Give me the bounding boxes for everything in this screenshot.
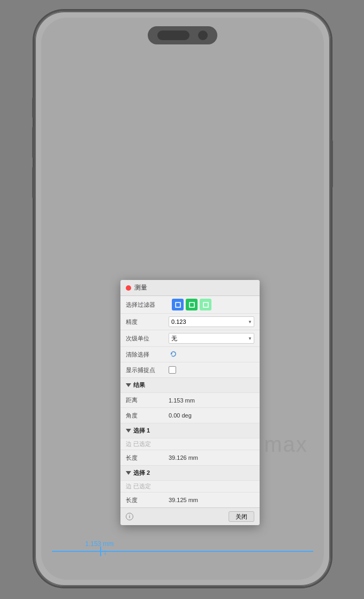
dialog-title: 测量 [134, 283, 147, 292]
selection1-length-label: 长度 [126, 454, 169, 462]
angle-row: 角度 0.00 deg [120, 408, 260, 423]
snap-checkbox[interactable] [169, 366, 176, 374]
filter-icon-light-green[interactable] [200, 299, 211, 310]
selection1-sub: 边 已选定 [120, 438, 260, 450]
info-icon[interactable]: i [126, 513, 133, 520]
phone-button-power [330, 140, 333, 188]
notch-camera [198, 31, 208, 40]
selection1-length-row: 长度 39.126 mm [120, 450, 260, 465]
selection2-title: 选择 2 [133, 469, 150, 477]
phone-screen: pro max 1.153 mm ↕ 测量 选择过滤器 [41, 18, 324, 580]
selection1-section-header: 选择 1 [120, 423, 260, 438]
undo-svg [169, 350, 178, 359]
results-section-header: 结果 [120, 377, 260, 393]
phone-button-mute [32, 97, 35, 118]
filter-icon-light-svg [202, 301, 209, 308]
triangle-down-icon3 [126, 471, 131, 475]
selection1-length-value: 39.126 mm [169, 454, 254, 461]
selection1-title: 选择 1 [133, 427, 150, 435]
precision-row: 精度 0.123 0.12 0.1 ▼ [120, 314, 260, 330]
distance-label: 距离 [126, 396, 169, 404]
clear-label: 清除选择 [126, 351, 169, 359]
precision-select[interactable]: 0.123 0.12 0.1 [169, 316, 254, 327]
measure-label: 1.153 mm [85, 540, 113, 548]
measure-line-container: 1.153 mm ↕ [52, 540, 313, 556]
subunit-select-wrapper: 无 mm ▼ [169, 333, 254, 344]
filter-icon-blue-svg [175, 301, 181, 308]
angle-label: 角度 [126, 412, 169, 420]
clear-row: 清除选择 [120, 347, 260, 362]
phone-button-volume-up [32, 126, 35, 158]
measure-line [52, 551, 313, 552]
selection2-length-value: 39.125 mm [169, 497, 254, 503]
selection2-section-header: 选择 2 [120, 465, 260, 481]
filter-icon-green-svg [188, 301, 195, 308]
subunit-row: 次级单位 无 mm ▼ [120, 330, 260, 347]
measure-arrow-icon: ↕ [103, 548, 107, 556]
snap-row: 显示捕捉点 [120, 362, 260, 377]
snap-label: 显示捕捉点 [126, 366, 169, 374]
triangle-down-icon [126, 383, 131, 387]
svg-rect-5 [204, 303, 208, 307]
filter-label: 选择过滤器 [126, 301, 169, 309]
selection2-sub: 边 已选定 [120, 481, 260, 492]
filter-icon-blue[interactable] [172, 299, 184, 310]
distance-row: 距离 1.153 mm [120, 393, 260, 408]
subunit-label: 次级单位 [126, 335, 169, 343]
dialog-footer: i 关闭 [120, 507, 260, 525]
phone-button-volume-down [32, 166, 35, 199]
close-button[interactable]: 关闭 [229, 511, 254, 522]
triangle-down-icon2 [126, 429, 131, 433]
dialog-close-dot[interactable] [126, 285, 131, 291]
dialog-body: 选择过滤器 [120, 296, 260, 507]
filter-icons [172, 299, 211, 310]
precision-label: 精度 [126, 318, 169, 326]
undo-icon[interactable] [169, 350, 178, 359]
svg-rect-1 [176, 303, 180, 307]
phone-body: pro max 1.153 mm ↕ 测量 选择过滤器 [33, 10, 332, 588]
selection2-length-row: 长度 39.125 mm [120, 492, 260, 507]
filter-icon-green[interactable] [186, 299, 198, 310]
phone-container: pro max 1.153 mm ↕ 测量 选择过滤器 [33, 10, 332, 588]
results-title: 结果 [133, 381, 145, 389]
measurement-dialog: 测量 选择过滤器 [120, 280, 260, 525]
precision-select-wrapper: 0.123 0.12 0.1 ▼ [169, 316, 254, 327]
angle-value: 0.00 deg [169, 412, 254, 419]
distance-value: 1.153 mm [169, 397, 254, 404]
dynamic-island [148, 26, 217, 44]
notch-pill [157, 31, 189, 40]
selection2-length-label: 长度 [126, 496, 169, 504]
svg-rect-3 [190, 303, 194, 307]
subunit-select[interactable]: 无 mm [169, 333, 254, 344]
dialog-titlebar: 测量 [120, 280, 260, 296]
filter-row: 选择过滤器 [120, 296, 260, 314]
measure-tick [100, 547, 101, 556]
